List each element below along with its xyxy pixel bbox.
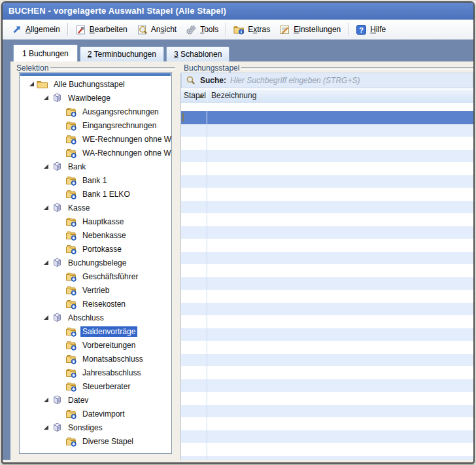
tree-item-wawibelege[interactable]: Wawibelege: [20, 91, 171, 105]
grid-cell-stapel[interactable]: [181, 124, 207, 137]
grid-cell-bezeichnung[interactable]: [207, 124, 473, 137]
tree-item-steuerberater[interactable]: Steuerberater: [20, 379, 171, 393]
grid-row[interactable]: [181, 430, 473, 443]
grid-row[interactable]: [181, 379, 473, 392]
grid-cell-bezeichnung[interactable]: [207, 354, 473, 367]
grid-cell-bezeichnung[interactable]: [207, 341, 473, 354]
grid-cell-bezeichnung[interactable]: [207, 175, 473, 188]
titlebar[interactable]: BUCHEN - vorgelagerte Auswahl Stapel (Al…: [3, 3, 473, 20]
grid-row[interactable]: [181, 354, 473, 367]
tree-item-saldenvortr-ge[interactable]: Saldenvorträge: [20, 324, 171, 338]
grid-cell-stapel[interactable]: [181, 264, 207, 277]
search-input[interactable]: Suche: Hier Suchbegriff eingeben (STRG+S…: [181, 73, 473, 88]
grid-row[interactable]: [181, 239, 473, 252]
grid-cell-bezeichnung[interactable]: [207, 213, 473, 226]
grid-row[interactable]: [181, 366, 473, 379]
grid-row[interactable]: [181, 443, 473, 456]
grid-cell-stapel[interactable]: [181, 315, 207, 328]
tree-item-monatsabschluss[interactable]: Monatsabschluss: [20, 352, 171, 366]
grid-cell-stapel[interactable]: [181, 456, 207, 460]
grid-cell-stapel[interactable]: [181, 443, 207, 456]
grid-row[interactable]: [181, 150, 473, 163]
grid-row[interactable]: [181, 341, 473, 354]
grid-cell-stapel[interactable]: [181, 341, 207, 354]
grid-cell-bezeichnung[interactable]: [207, 315, 473, 328]
grid-cell-bezeichnung[interactable]: [207, 392, 473, 405]
grid-cell-bezeichnung[interactable]: [207, 303, 473, 316]
grid-cell-bezeichnung[interactable]: [207, 201, 473, 214]
expander-icon[interactable]: [41, 260, 51, 265]
grid-row[interactable]: [181, 456, 473, 460]
tree-item-eingangsrechnungen[interactable]: Eingangsrechnungen: [20, 118, 171, 132]
tab-1-buchungen[interactable]: 1 Buchungen: [13, 44, 78, 61]
tree-item-hauptkasse[interactable]: Hauptkasse: [20, 215, 171, 228]
grid-cell-stapel[interactable]: [181, 226, 207, 239]
grid-row[interactable]: [181, 137, 473, 150]
grid-cell-stapel[interactable]: [181, 430, 207, 443]
tree-item-bank[interactable]: Bank: [20, 160, 171, 173]
grid-cell-stapel[interactable]: [181, 213, 207, 226]
grid-cell-bezeichnung[interactable]: [207, 264, 473, 277]
grid-cell-bezeichnung[interactable]: [207, 366, 473, 379]
grid-row[interactable]: [181, 213, 473, 226]
grid-cell-stapel[interactable]: [181, 417, 207, 430]
grid-row[interactable]: [181, 201, 473, 214]
grid-cell-bezeichnung[interactable]: [207, 456, 473, 460]
tree-item-bank-1-elko[interactable]: Bank 1 ELKO: [20, 187, 171, 201]
tree-item-portokasse[interactable]: Portokasse: [20, 242, 171, 256]
tree-item-diverse-stapel[interactable]: Diverse Stapel: [20, 434, 171, 448]
grid-cell-stapel[interactable]: [181, 303, 207, 316]
grid-cell-stapel[interactable]: [181, 354, 207, 367]
grid-cell-stapel[interactable]: [181, 201, 207, 214]
grid-cell-stapel[interactable]: [181, 111, 207, 124]
grid-cell-bezeichnung[interactable]: [207, 430, 473, 443]
grid-cell-bezeichnung[interactable]: [207, 290, 473, 303]
grid-row[interactable]: [181, 188, 473, 201]
grid-cell-bezeichnung[interactable]: [207, 379, 473, 392]
grid-cell-stapel[interactable]: [181, 252, 207, 265]
grid-cell-stapel[interactable]: [181, 366, 207, 379]
grid-cell-bezeichnung[interactable]: [207, 405, 473, 418]
grid-cell-stapel[interactable]: [181, 162, 207, 175]
grid-row[interactable]: [181, 264, 473, 277]
grid-row[interactable]: [181, 303, 473, 316]
tree-item-buchungsbelege[interactable]: Buchungsbelege: [20, 256, 171, 269]
grid-row[interactable]: [181, 124, 473, 137]
grid-cell-bezeichnung[interactable]: [207, 188, 473, 201]
grid-row[interactable]: [181, 328, 473, 341]
grid-cell-bezeichnung[interactable]: [207, 111, 473, 124]
grid-cell-stapel[interactable]: [181, 137, 207, 150]
tree-item-kasse[interactable]: Kasse: [20, 201, 171, 215]
expander-icon[interactable]: [41, 164, 51, 169]
tree-item-vertrieb[interactable]: Vertrieb: [20, 283, 171, 297]
grid-cell-bezeichnung[interactable]: [207, 150, 473, 163]
tree-item-jahresabschluss[interactable]: Jahresabschluss: [20, 366, 171, 379]
grid-cell-bezeichnung[interactable]: [207, 417, 473, 430]
menu-item-extras[interactable]: Extras: [229, 22, 275, 37]
grid-row[interactable]: [181, 226, 473, 239]
grid-cell-bezeichnung[interactable]: [207, 328, 473, 341]
grid-cell-bezeichnung[interactable]: [207, 252, 473, 265]
grid-row[interactable]: [181, 162, 473, 175]
menu-item-hilfe[interactable]: ?Hilfe: [351, 22, 390, 37]
grid-cell-stapel[interactable]: [181, 405, 207, 418]
tree-item-ausgangsrechnungen[interactable]: Ausgangsrechnungen: [20, 105, 171, 118]
grid-row[interactable]: [181, 277, 473, 290]
grid-cell-bezeichnung[interactable]: [207, 162, 473, 175]
tree-item-datevimport[interactable]: Datevimport: [20, 407, 171, 421]
grid-cell-stapel[interactable]: [181, 239, 207, 252]
grid-cell-stapel[interactable]: [181, 290, 207, 303]
grid-cell-bezeichnung[interactable]: [207, 443, 473, 456]
grid-cell-stapel[interactable]: [181, 277, 207, 290]
tree-item-abschluss[interactable]: Abschluss: [20, 311, 171, 324]
expander-icon[interactable]: [41, 425, 51, 430]
tree-item-gesch-ftsf-hrer[interactable]: Geschäftsführer: [20, 269, 171, 283]
grid-cell-bezeichnung[interactable]: [207, 277, 473, 290]
grid-row[interactable]: [181, 417, 473, 430]
grid-cell-bezeichnung[interactable]: [207, 137, 473, 150]
tree-item-sonstiges[interactable]: Sonstiges: [20, 421, 171, 434]
grid-row[interactable]: [181, 405, 473, 418]
expander-icon[interactable]: [26, 82, 37, 86]
column-header-stapel[interactable]: Stapel: [181, 90, 207, 102]
expander-icon[interactable]: [41, 95, 51, 100]
